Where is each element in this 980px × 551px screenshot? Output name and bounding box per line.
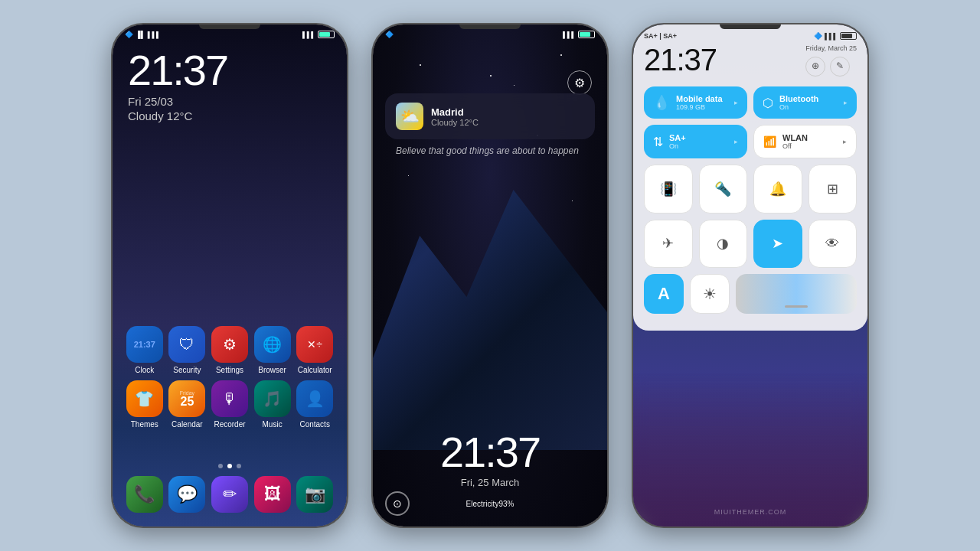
- phone-2-background: 🔷 ▌▌▌ ⚙ ⛅ Madrid Cloudy 12°C: [373, 24, 607, 527]
- signal-icon-2: ▌▌▌: [563, 31, 576, 38]
- themes-icon: 👕: [126, 380, 163, 417]
- app-clock[interactable]: 21:37 Clock: [124, 326, 165, 374]
- clock-icon: 21:37: [126, 326, 163, 363]
- status-left-2: 🔷: [385, 31, 394, 38]
- slider-handle-line: [736, 305, 857, 308]
- wlan-status: Off: [782, 142, 808, 150]
- settings-icon: ⚙: [211, 326, 248, 363]
- page-dots: [113, 464, 347, 468]
- wlan-text: WLAN Off: [782, 133, 808, 150]
- edit-icon-btn[interactable]: ✎: [830, 57, 850, 77]
- dock-messages[interactable]: 💬: [168, 476, 205, 513]
- weather-display-1: Cloudy 12°C: [128, 109, 332, 122]
- slider-handle: [785, 305, 808, 308]
- lockscreen-clock: 21:37: [373, 431, 607, 474]
- brightness-button[interactable]: ☀: [690, 274, 730, 314]
- control-clock: 21:37: [644, 43, 717, 77]
- music-label: Music: [263, 420, 283, 429]
- sa-plus-tile[interactable]: ⇅ SA+ On ▸: [644, 125, 747, 158]
- phone-1-background: 🔷 ▐▌ ▌▌▌ ▌▌▌ 21:37 Fri 25/03 Cloudy 12°C: [113, 24, 347, 527]
- airplane-mode-toggle[interactable]: ✈: [644, 220, 693, 269]
- brightness-slider[interactable]: [736, 274, 857, 314]
- mobile-data-icon: 💧: [653, 94, 670, 111]
- bluetooth-tile-text: Bluetooth On: [779, 94, 818, 111]
- location-toggle[interactable]: ➤: [753, 220, 802, 269]
- bluetooth-status: On: [779, 103, 818, 111]
- phone-1: 🔷 ▐▌ ▌▌▌ ▌▌▌ 21:37 Fri 25/03 Cloudy 12°C: [111, 23, 348, 528]
- notification-settings-icon[interactable]: ⚙: [567, 70, 592, 95]
- status-bar-1: 🔷 ▐▌ ▌▌▌ ▌▌▌: [113, 24, 347, 41]
- recorder-icon: 🎙: [211, 380, 248, 417]
- tile-arrow-2: ▸: [844, 99, 848, 106]
- quick-action-icons: ⊕ ✎: [805, 57, 857, 77]
- font-size-button[interactable]: A: [644, 274, 684, 314]
- dock-gallery[interactable]: 🖼: [254, 476, 291, 513]
- app-contacts[interactable]: 👤 Contacts: [294, 380, 335, 429]
- phone-1-screen: 🔷 ▐▌ ▌▌▌ ▌▌▌ 21:37 Fri 25/03 Cloudy 12°C: [113, 24, 347, 527]
- phone-2-screen: 🔷 ▌▌▌ ⚙ ⛅ Madrid Cloudy 12°C: [373, 24, 607, 527]
- mobile-data-tile[interactable]: 💧 Mobile data 109.9 GB ▸: [644, 86, 747, 119]
- mobile-data-text: Mobile data 109.9 GB: [676, 94, 723, 111]
- wlan-icon: 📶: [763, 135, 776, 148]
- dot-3: [237, 464, 241, 468]
- location-icon-btn[interactable]: ⊕: [805, 57, 825, 77]
- browser-icon: 🌐: [254, 326, 291, 363]
- star: [408, 175, 409, 176]
- lockscreen-date: Fri, 25 March: [373, 477, 607, 488]
- control-date-block: Friday, March 25 ⊕ ✎: [805, 44, 857, 77]
- weather-icon: ⛅: [396, 103, 423, 130]
- bluetooth-tile[interactable]: ⬡ Bluetooth On ▸: [753, 86, 857, 119]
- contacts-label: Contacts: [299, 420, 329, 429]
- music-icon: 🎵: [254, 380, 291, 417]
- app-calendar[interactable]: Friday 25 Calendar: [166, 380, 207, 429]
- browser-label: Browser: [258, 366, 286, 374]
- sa-plus-icon: ⇅: [653, 135, 663, 149]
- security-icon: 🛡: [168, 326, 205, 363]
- phone-2: 🔷 ▌▌▌ ⚙ ⛅ Madrid Cloudy 12°C: [371, 23, 609, 528]
- city-name: Madrid: [431, 106, 584, 118]
- app-themes[interactable]: 👕 Themes: [124, 380, 165, 429]
- status-left: 🔷 ▐▌ ▌▌▌: [125, 31, 161, 38]
- app-calculator[interactable]: ✕÷ Calculator: [294, 326, 335, 374]
- recorder-label: Recorder: [214, 420, 245, 429]
- dot-2: [227, 464, 232, 468]
- darkmode-toggle[interactable]: ◑: [699, 220, 748, 269]
- control-center-panel: SA+ | SA+ 🔷 ▌▌▌ 21:37: [633, 24, 867, 331]
- privacy-toggle[interactable]: 👁: [808, 220, 858, 269]
- flashlight-toggle[interactable]: 🔦: [699, 165, 748, 214]
- toggle-tile-grid: 💧 Mobile data 109.9 GB ▸ ⬡ Bluetooth On: [644, 86, 857, 158]
- app-settings[interactable]: ⚙ Settings: [209, 326, 250, 374]
- screen-record-toggle[interactable]: ⊞: [808, 165, 858, 214]
- time-row-3: 21:37 Friday, March 25 ⊕ ✎: [644, 43, 857, 77]
- mobile-data-value: 109.9 GB: [676, 103, 723, 111]
- status-right-2: ▌▌▌: [563, 31, 595, 38]
- settings-label: Settings: [216, 366, 243, 374]
- wlan-tile[interactable]: 📶 WLAN Off ▸: [753, 125, 857, 158]
- vibrate-toggle[interactable]: 📳: [644, 165, 693, 214]
- app-recorder[interactable]: 🎙 Recorder: [209, 380, 250, 429]
- battery-fill-2: [580, 32, 590, 37]
- bluetooth-icon-2: 🔷: [385, 31, 394, 38]
- dot-1: [218, 464, 223, 468]
- star: [490, 75, 492, 77]
- dock-phone[interactable]: 📞: [126, 476, 163, 513]
- contacts-icon: 👤: [296, 380, 333, 417]
- app-dock: 📞 💬 ✏ 🖼 📷: [123, 476, 336, 513]
- app-music[interactable]: 🎵 Music: [252, 380, 293, 429]
- lockscreen-controls: ⊙ Electricity93%: [385, 491, 595, 516]
- signal-icon-3: ▌▌▌: [825, 33, 838, 40]
- clock-label: Clock: [135, 366, 154, 374]
- watermark-text: MIUITHEMER.COM: [633, 508, 867, 516]
- app-security[interactable]: 🛡 Security: [166, 326, 207, 374]
- app-browser[interactable]: 🌐 Browser: [252, 326, 293, 374]
- sa-plus-status: On: [669, 142, 686, 150]
- unlock-button[interactable]: ⊙: [385, 491, 410, 516]
- control-time-block: 21:37: [644, 43, 717, 77]
- bluetooth-label: Bluetooth: [779, 94, 818, 103]
- control-date: Friday, March 25 ⊕ ✎: [805, 44, 857, 77]
- dock-notes[interactable]: ✏: [211, 476, 248, 513]
- app-row-1: 21:37 Clock 🛡 Security ⚙ Settings 🌐: [123, 326, 336, 374]
- dock-camera[interactable]: 📷: [296, 476, 333, 513]
- notification-toggle[interactable]: 🔔: [753, 165, 802, 214]
- battery-2: [578, 31, 595, 38]
